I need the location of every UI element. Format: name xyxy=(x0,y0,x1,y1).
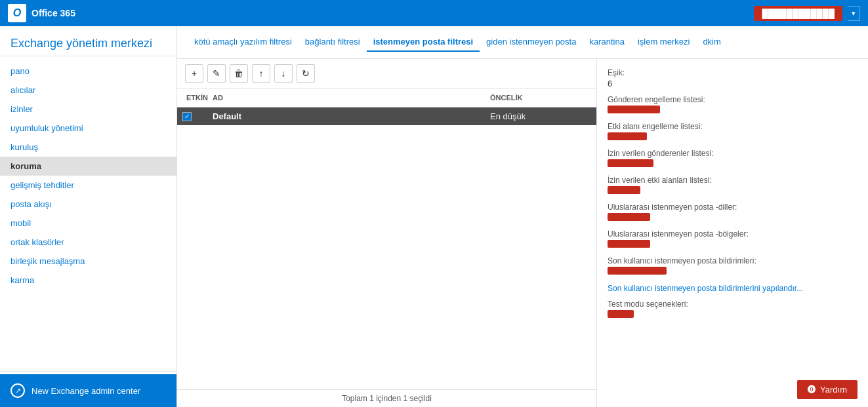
threshold-field: Eşik: 6 xyxy=(608,68,858,88)
allowed-domains-field: İzin verilen etki alanları listesi: xyxy=(608,176,858,196)
allowed-senders-value xyxy=(608,159,653,167)
office365-logo: O Office 365 xyxy=(8,4,75,22)
col-active: ETKİN xyxy=(182,91,209,104)
sidebar-item-izinler[interactable]: izinler xyxy=(0,100,176,119)
edit-button[interactable]: ✎ xyxy=(207,64,226,83)
table-header: ETKİN AD ÖNCELİK xyxy=(177,88,596,107)
new-exchange-label: New Exchange admin center xyxy=(31,386,140,396)
sender-block-field: Gönderen engelleme listesi: xyxy=(608,95,858,115)
move-down-button[interactable]: ↓ xyxy=(274,64,293,83)
end-user-notif-value xyxy=(608,267,667,275)
sender-block-label: Gönderen engelleme listesi: xyxy=(608,95,858,104)
sidebar-nav: pano alıcılar izinler uyumluluk yönetimi… xyxy=(0,59,176,368)
sidebar-item-birlesik[interactable]: birleşik mesajlaşma xyxy=(0,252,176,271)
app-name: Office 365 xyxy=(31,8,75,18)
subnav-quarantine[interactable]: karantina xyxy=(583,33,630,52)
sidebar-item-kurulus[interactable]: kuruluş xyxy=(0,138,176,157)
subnav-connection[interactable]: bağlantı filtresi xyxy=(299,33,367,52)
topbar: O Office 365 ████████████ ▾ xyxy=(0,0,868,26)
subnav-malware[interactable]: kötü amaçlı yazılım filtresi xyxy=(188,33,299,52)
add-button[interactable]: + xyxy=(185,64,203,83)
end-user-config-link[interactable]: Son kullanıcı istenmeyen posta bildiriml… xyxy=(608,284,803,293)
sidebar-item-koruma[interactable]: koruma xyxy=(0,157,176,176)
sidebar-item-ortak[interactable]: ortak klasörler xyxy=(0,233,176,252)
col-priority: ÖNCELİK xyxy=(486,91,591,104)
list-panel: + ✎ 🗑 ↑ ↓ ↻ ETKİN AD ÖNCELİK xyxy=(177,59,597,407)
main-content: kötü amaçlı yazılım filtresi bağlantı fi… xyxy=(177,26,868,407)
intl-spam-regions-field: Uluslararası istenmeyen posta -bölgeler: xyxy=(608,229,858,250)
sidebar-item-uyumluluk[interactable]: uyumluluk yönetimi xyxy=(0,119,176,138)
content-area: + ✎ 🗑 ↑ ↓ ↻ ETKİN AD ÖNCELİK xyxy=(177,59,868,407)
help-icon: ⓿ xyxy=(808,385,816,395)
intl-spam-langs-value xyxy=(608,213,650,221)
allowed-domains-value xyxy=(608,186,640,194)
row-checkbox[interactable] xyxy=(182,112,209,121)
sidebar-item-pano[interactable]: pano xyxy=(0,62,176,81)
end-user-notif-field: Son kullanıcı istenmeyen posta bildiriml… xyxy=(608,256,858,277)
table-footer: Toplam 1 içinden 1 seçildi xyxy=(177,389,596,407)
sidebar-item-mobil[interactable]: mobil xyxy=(0,214,176,233)
intl-spam-langs-label: Uluslararası istenmeyen posta -diller: xyxy=(608,203,858,212)
end-user-notif-label: Son kullanıcı istenmeyen posta bildiriml… xyxy=(608,256,858,265)
row-name: Default xyxy=(209,111,486,121)
end-user-config-field[interactable]: Son kullanıcı istenmeyen posta bildiriml… xyxy=(608,283,858,293)
sender-block-value xyxy=(608,106,660,113)
row-priority: En düşük xyxy=(486,111,591,121)
subnav-outbound[interactable]: giden istenmeyen posta xyxy=(480,33,583,52)
user-button[interactable]: ████████████ xyxy=(754,6,842,21)
col-name: AD xyxy=(209,91,486,104)
subnav-dkim[interactable]: dkim xyxy=(696,33,727,52)
sidebar-item-karma[interactable]: karma xyxy=(0,271,176,290)
selection-info: Toplam 1 içinden 1 seçildi xyxy=(342,394,432,403)
domain-block-value xyxy=(608,132,647,140)
help-button[interactable]: ⓿ Yardım xyxy=(797,380,858,399)
sidebar-title: Exchange yönetim merkezi xyxy=(0,26,176,56)
new-exchange-footer[interactable]: ↗ New Exchange admin center xyxy=(0,374,176,407)
office-icon: O xyxy=(8,4,26,22)
threshold-value: 6 xyxy=(608,79,858,88)
new-exchange-icon: ↗ xyxy=(10,383,25,398)
test-mode-label: Test modu seçenekleri: xyxy=(608,300,858,309)
test-mode-value xyxy=(608,310,634,318)
table-row[interactable]: Default En düşük xyxy=(177,107,596,125)
intl-spam-regions-label: Uluslararası istenmeyen posta -bölgeler: xyxy=(608,229,858,239)
subnav-action-center[interactable]: işlem merkezi xyxy=(631,33,696,52)
allowed-domains-label: İzin verilen etki alanları listesi: xyxy=(608,176,858,185)
refresh-button[interactable]: ↻ xyxy=(297,64,315,83)
main-layout: Exchange yönetim merkezi pano alıcılar i… xyxy=(0,26,868,407)
detail-panel: Eşik: 6 Gönderen engelleme listesi: Etki… xyxy=(597,59,868,407)
sidebar-item-posta-akisi[interactable]: posta akışı xyxy=(0,195,176,214)
intl-spam-regions-value xyxy=(608,240,650,248)
intl-spam-langs-field: Uluslararası istenmeyen posta -diller: xyxy=(608,203,858,223)
domain-block-label: Etki alanı engelleme listesi: xyxy=(608,122,858,131)
domain-block-field: Etki alanı engelleme listesi: xyxy=(608,122,858,142)
allowed-senders-label: İzin verilen gönderenler listesi: xyxy=(608,149,858,158)
sidebar-item-alicilar[interactable]: alıcılar xyxy=(0,81,176,100)
move-up-button[interactable]: ↑ xyxy=(252,64,270,83)
test-mode-field: Test modu seçenekleri: xyxy=(608,300,858,320)
allowed-senders-field: İzin verilen gönderenler listesi: xyxy=(608,149,858,169)
topbar-right: ████████████ ▾ xyxy=(754,6,860,21)
sidebar-divider xyxy=(0,371,176,372)
subnav: kötü amaçlı yazılım filtresi bağlantı fi… xyxy=(177,26,868,59)
user-dropdown-button[interactable]: ▾ xyxy=(848,6,860,21)
sidebar-item-gelismis[interactable]: gelişmiş tehditler xyxy=(0,176,176,195)
help-label: Yardım xyxy=(820,385,847,395)
subnav-spam[interactable]: istenmeyen posta filtresi xyxy=(367,33,480,52)
sidebar: Exchange yönetim merkezi pano alıcılar i… xyxy=(0,26,177,407)
threshold-label: Eşik: xyxy=(608,68,858,77)
delete-button[interactable]: 🗑 xyxy=(230,64,248,83)
toolbar: + ✎ 🗑 ↑ ↓ ↻ xyxy=(177,59,596,88)
